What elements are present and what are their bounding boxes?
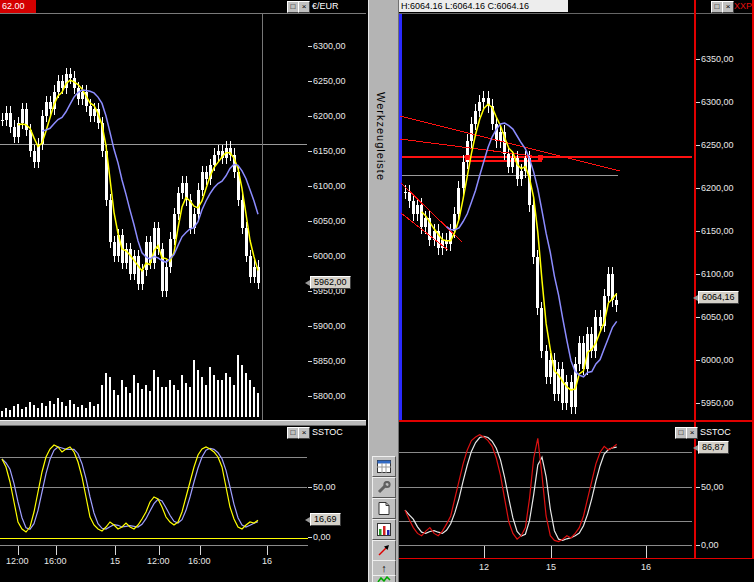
grid-icon[interactable] <box>372 456 396 477</box>
chart-icon[interactable] <box>372 519 396 540</box>
axis-label: 6000,00 <box>701 355 734 365</box>
sstoc-bottom-line-left <box>0 538 308 539</box>
axis-label: 6250,00 <box>701 140 734 150</box>
sstoc-marker-right: 86,87 <box>698 441 729 454</box>
right-axis-border <box>694 0 696 559</box>
axis-label: 6100,00 <box>701 269 734 279</box>
axis-label: 6150,00 <box>701 226 734 236</box>
restore-icon: □ <box>679 428 684 437</box>
axis-label: 6300,00 <box>701 97 734 107</box>
symbol-label-left: €/EUR <box>312 1 339 12</box>
time-label: 16 <box>641 562 651 572</box>
axis-tick <box>696 102 700 103</box>
close-button[interactable]: × <box>686 427 698 439</box>
document-icon[interactable] <box>372 498 396 519</box>
close-icon: × <box>302 428 307 437</box>
price-marker-right: 6064,16 <box>698 291 739 304</box>
restore-icon: □ <box>291 428 296 437</box>
right-sstoc-plot[interactable] <box>398 425 694 560</box>
werkzeugleiste-toolbar: Werkzeugleiste ↑ <box>368 0 399 582</box>
sstoc-label-right: SSTOC <box>700 427 731 438</box>
left-price-plot[interactable] <box>0 13 308 420</box>
trend-arrow-icon[interactable] <box>372 540 396 561</box>
time-label: 15 <box>546 562 556 572</box>
scroll-up-glyph: ↑ <box>381 563 387 574</box>
axis-tick <box>696 59 700 60</box>
axis-tick <box>696 317 700 318</box>
axis-label: 0,00 <box>701 540 719 550</box>
axis-tick <box>696 487 700 488</box>
axis-tick <box>696 274 700 275</box>
left-sstoc-plot[interactable] <box>0 425 308 538</box>
close-button[interactable]: × <box>722 1 734 13</box>
pane-splitter-left[interactable] <box>0 420 366 426</box>
restore-icon: □ <box>715 2 720 11</box>
ohlc-header: H:6064.16 L:6064.16 C:6064.16 <box>399 0 568 12</box>
axis-label: 50,00 <box>701 482 724 492</box>
axis-tick <box>696 188 700 189</box>
sstoc-label-left: SSTOC <box>312 427 343 438</box>
axis-label: 5950,00 <box>701 398 734 408</box>
restore-icon: □ <box>291 2 296 11</box>
axis-label: 6050,00 <box>701 312 734 322</box>
axis-tick <box>696 231 700 232</box>
toolbar-title: Werkzeugleiste <box>375 92 387 181</box>
close-icon: × <box>302 2 307 11</box>
axis-tick <box>696 403 700 404</box>
axis-label: 6350,00 <box>701 54 734 64</box>
axis-tick <box>696 545 700 546</box>
right-bottom-border <box>398 558 754 559</box>
trading-app-window: 62.00 □ × €/EUR □ × SSTOC 5962,00 16,69 … <box>0 0 754 582</box>
close-button[interactable]: × <box>298 1 310 13</box>
zigzag-icon[interactable] <box>372 575 396 582</box>
axis-tick <box>696 360 700 361</box>
close-icon: × <box>690 428 695 437</box>
tools-icon[interactable] <box>372 477 396 498</box>
title-price-label: 62.00 <box>0 0 36 13</box>
right-price-plot[interactable] <box>398 13 694 420</box>
close-icon: × <box>726 2 731 11</box>
scroll-up-icon[interactable]: ↑ <box>372 560 396 576</box>
close-button[interactable]: × <box>298 427 310 439</box>
axis-label: 6200,00 <box>701 183 734 193</box>
symbol-label-right: XXP <box>734 1 752 12</box>
sstoc-marker-left: 16,69 <box>310 513 341 526</box>
axis-tick <box>696 145 700 146</box>
price-marker-left: 5962,00 <box>310 276 351 289</box>
right-pane-divider <box>398 420 754 422</box>
right-titlebar-line <box>398 13 754 14</box>
time-label: 12 <box>479 562 489 572</box>
time-axis-line-left <box>0 545 308 546</box>
